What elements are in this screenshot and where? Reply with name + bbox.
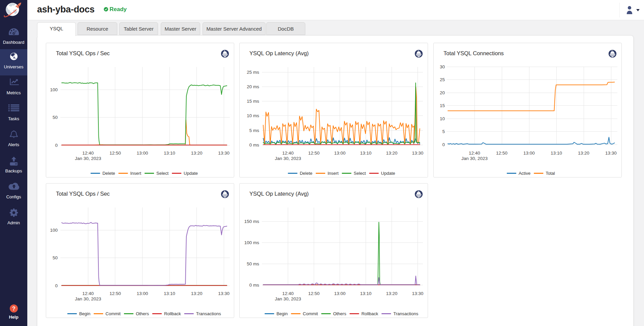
svg-text:13:10: 13:10 <box>360 151 372 156</box>
svg-text:Others: Others <box>136 311 149 316</box>
svg-text:Delete: Delete <box>300 171 312 176</box>
svg-text:12:50: 12:50 <box>496 151 508 156</box>
svg-text:Delete: Delete <box>102 171 115 176</box>
svg-text:13:00: 13:00 <box>523 151 535 156</box>
svg-text:5: 5 <box>442 129 445 134</box>
svg-text:100: 100 <box>50 87 58 92</box>
svg-text:Jan 30, 2023: Jan 30, 2023 <box>275 296 301 301</box>
svg-text:Commit: Commit <box>105 311 121 316</box>
svg-text:100: 100 <box>50 228 58 233</box>
svg-text:15: 15 <box>440 103 445 108</box>
svg-text:13:10: 13:10 <box>164 151 175 156</box>
svg-text:13:10: 13:10 <box>551 151 562 156</box>
svg-text:Transactions: Transactions <box>196 311 221 316</box>
svg-text:20 ms: 20 ms <box>247 84 259 89</box>
svg-text:20: 20 <box>440 90 445 95</box>
svg-text:Select: Select <box>354 171 366 176</box>
svg-text:13:20: 13:20 <box>191 291 203 296</box>
svg-text:50: 50 <box>53 255 58 260</box>
svg-text:Begin: Begin <box>276 311 287 316</box>
svg-text:Insert: Insert <box>328 171 339 176</box>
svg-text:13:30: 13:30 <box>412 151 424 156</box>
svg-text:0: 0 <box>55 283 58 288</box>
svg-text:13:20: 13:20 <box>191 151 203 156</box>
svg-text:15 ms: 15 ms <box>247 99 259 104</box>
svg-text:0: 0 <box>442 142 445 147</box>
svg-text:12:50: 12:50 <box>308 291 320 296</box>
svg-text:0: 0 <box>55 143 58 148</box>
svg-text:Update: Update <box>184 171 198 176</box>
svg-text:50: 50 <box>53 115 58 120</box>
svg-text:Begin: Begin <box>79 311 90 316</box>
svg-text:12:50: 12:50 <box>308 151 320 156</box>
svg-text:13:00: 13:00 <box>334 151 346 156</box>
svg-text:13:00: 13:00 <box>137 291 148 296</box>
svg-text:5 ms: 5 ms <box>249 128 259 133</box>
svg-text:13:00: 13:00 <box>334 291 346 296</box>
svg-text:0 ms: 0 ms <box>249 283 259 288</box>
svg-text:50 ms: 50 ms <box>247 261 259 266</box>
svg-text:13:10: 13:10 <box>164 291 175 296</box>
svg-text:13:20: 13:20 <box>386 291 398 296</box>
svg-text:30: 30 <box>440 64 445 69</box>
svg-text:Jan 30, 2023: Jan 30, 2023 <box>75 296 101 301</box>
svg-text:10 ms: 10 ms <box>247 113 259 118</box>
svg-text:Jan 30, 2023: Jan 30, 2023 <box>75 156 101 161</box>
svg-text:150 ms: 150 ms <box>244 219 259 224</box>
svg-text:12:40: 12:40 <box>282 151 294 156</box>
svg-text:12:40: 12:40 <box>282 291 294 296</box>
svg-text:Active: Active <box>519 171 530 176</box>
svg-text:10: 10 <box>440 116 445 121</box>
svg-text:Rollback: Rollback <box>164 311 181 316</box>
svg-text:12:50: 12:50 <box>110 151 121 156</box>
svg-text:Insert: Insert <box>130 171 142 176</box>
svg-text:13:10: 13:10 <box>360 291 372 296</box>
svg-text:12:40: 12:40 <box>82 291 94 296</box>
svg-text:Total: Total <box>546 171 555 176</box>
svg-text:13:30: 13:30 <box>218 151 229 156</box>
svg-text:Select: Select <box>156 171 169 176</box>
svg-text:Commit: Commit <box>303 311 318 316</box>
svg-text:13:20: 13:20 <box>386 151 398 156</box>
svg-text:12:40: 12:40 <box>469 151 480 156</box>
svg-text:12:50: 12:50 <box>110 291 121 296</box>
svg-text:13:00: 13:00 <box>137 151 148 156</box>
svg-text:?: ? <box>12 306 16 312</box>
svg-text:25: 25 <box>440 77 445 82</box>
svg-text:0 ms: 0 ms <box>249 142 259 148</box>
svg-text:13:30: 13:30 <box>412 291 424 296</box>
svg-text:Update: Update <box>381 171 395 176</box>
svg-text:100 ms: 100 ms <box>244 240 259 245</box>
svg-text:Jan 30, 2023: Jan 30, 2023 <box>275 156 301 161</box>
svg-text:Rollback: Rollback <box>361 311 378 316</box>
svg-text:Transactions: Transactions <box>393 311 418 316</box>
svg-text:13:30: 13:30 <box>605 151 617 156</box>
svg-text:Jan 30, 2023: Jan 30, 2023 <box>461 156 488 161</box>
svg-text:13:30: 13:30 <box>218 291 229 296</box>
svg-text:12:40: 12:40 <box>82 151 94 156</box>
svg-text:25 ms: 25 ms <box>247 70 259 75</box>
svg-text:13:20: 13:20 <box>578 151 589 156</box>
svg-text:Others: Others <box>333 311 346 316</box>
